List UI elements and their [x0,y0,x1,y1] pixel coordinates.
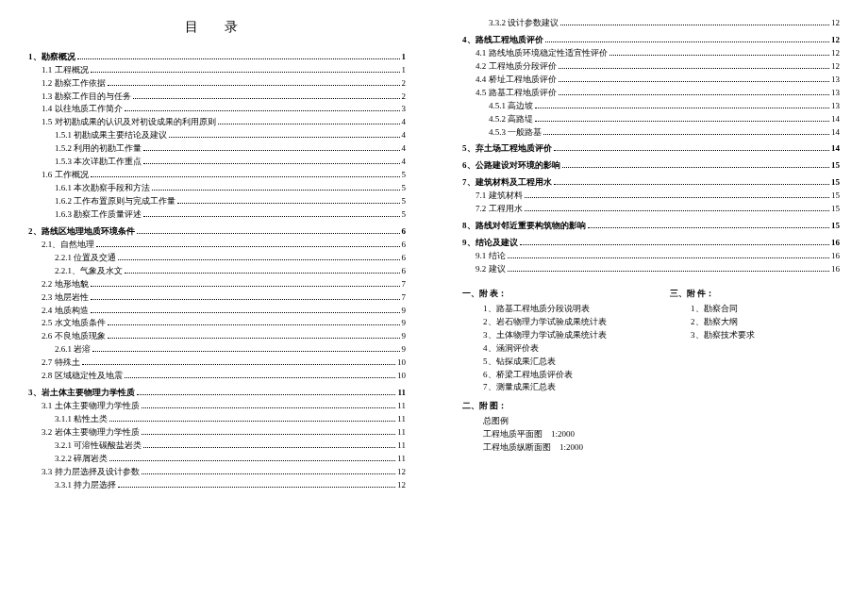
toc-label: 2.3 地层岩性 [42,291,89,305]
toc-dots [143,145,399,151]
toc-label: 2、路线区地理地质环境条件 [28,225,135,239]
toc-page: 12 [831,17,840,30]
toc-row: 4.5 路基工程地质评价13 [462,87,840,100]
toc-page: 5 [402,169,407,182]
toc-row: 2.5 水文地质条件9 [28,317,406,330]
toc-row: 6、公路建设对环境的影响15 [462,159,840,173]
appendix-a-item: 5、钻探成果汇总表 [462,356,632,369]
toc-label: 2.8 区域稳定性及地震 [42,370,123,383]
toc-page: 7 [402,291,407,305]
toc-page: 1 [402,64,407,77]
toc-page: 15 [831,176,840,190]
toc-row: 1.6 工作概况5 [28,169,406,182]
appendix-c-heading: 三、附 件： [670,288,840,301]
toc-row: 1.5 对初勘成果的认识及对初设成果的利用原则4 [28,116,406,129]
toc-label: 2.1、自然地理 [42,239,94,252]
appendix-b-heading: 二、附 图： [462,400,632,413]
toc-dots [108,320,400,325]
toc-label: 2.4 地质构造 [42,305,89,318]
appendix-c-item: 3、勘察技术要求 [670,329,840,342]
toc-row: 2.2.1、气象及水文6 [28,265,406,278]
toc-page: 3 [402,103,407,116]
toc-label: 4.4 桥址工程地质评价 [476,74,557,87]
appendix-b-first: 总图例 [462,415,632,428]
toc-page: 9 [402,343,407,357]
toc-dots [143,158,399,164]
toc-page: 9 [402,305,407,318]
toc-row: 5、弃土场工程地质评价14 [462,142,840,156]
toc-label: 4.5.1 高边坡 [489,100,533,113]
toc-dots [91,307,400,313]
toc-row: 1.3 勘察工作目的与任务2 [28,91,406,104]
left-column: 目 录 1、勘察概况11.1 工程概况11.2 勘察工作依据21.3 勘察工作目… [0,0,434,614]
toc-page: 4 [402,142,407,156]
toc-row: 1、勘察概况1 [28,51,406,64]
appendix-a-item: 4、涵洞评价表 [462,342,632,356]
toc-label: 1.5 对初勘成果的认识及对初设成果的利用原则 [42,116,216,129]
toc-label: 4.5 路基工程地质评价 [476,87,557,100]
appendix-b-item: 工程地质平面图 1:2000 [462,428,632,441]
toc-label: 3.3.2 设计参数建议 [489,17,559,30]
toc-page: 12 [831,34,840,47]
toc-label: 1.6.3 勘察工作质量评述 [55,208,142,222]
toc-row: 3、岩土体主要物理力学性质11 [28,387,406,400]
toc-row: 3.1.1 粘性土类11 [28,413,406,426]
toc-row: 4.4 桥址工程地质评价13 [462,74,840,87]
toc-dots [125,106,400,111]
toc-row: 1.1 工程概况1 [28,64,406,77]
toc-dots [588,223,830,228]
toc-row: 1.2 勘察工作依据2 [28,77,406,91]
toc-label: 1.5.2 利用的初勘工作量 [55,142,142,156]
toc-page: 15 [831,190,840,203]
appendix-a-item: 3、土体物理力学试验成果统计表 [462,329,632,342]
appendix-a-item: 6、桥梁工程地质评价表 [462,369,632,382]
toc-label: 1.6.1 本次勘察手段和方法 [55,182,150,195]
toc-dots [91,67,400,73]
toc-dots [535,116,829,122]
toc-row: 1.4 以往地质工作简介3 [28,103,406,116]
toc-dots [108,333,400,339]
toc-row: 1.6.2 工作布置原则与完成工作量5 [28,195,406,208]
toc-page: 11 [397,400,406,413]
toc-label: 3.2.2 碎屑岩类 [55,453,108,466]
toc-page: 10 [397,357,406,370]
toc-row: 8、路线对邻近重要构筑物的影响15 [462,220,840,233]
toc-page: 15 [831,203,840,216]
toc-label: 4.2 工程地质分段评价 [476,60,557,74]
appendix-a-item: 1、路基工程地质分段说明表 [462,303,632,316]
toc-dots [118,255,399,260]
toc-label: 5、弃土场工程地质评价 [462,142,552,156]
toc-label: 4.5.3 一般路基 [489,126,542,140]
toc-page: 4 [402,156,407,169]
toc-page: 12 [831,60,840,74]
toc-page: 6 [402,239,407,252]
toc-label: 3.3.1 持力层选择 [55,479,116,492]
toc-row: 1.6.3 勘察工作质量评述5 [28,208,406,222]
toc-row: 2.3 地层岩性7 [28,291,406,305]
toc-row: 1.5.1 初勘成果主要结论及建议4 [28,129,406,142]
toc-row: 4.1 路线地质环境稳定性适宜性评价12 [462,47,840,60]
toc-page: 1 [402,51,407,64]
toc-label: 3.2.1 可溶性碳酸盐岩类 [55,440,142,453]
toc-label: 9.1 结论 [476,250,506,263]
toc-dots [562,162,830,168]
toc-dots [137,390,396,395]
toc-dots [609,50,830,56]
toc-dots [91,294,400,300]
toc-dots [152,185,399,191]
toc-label: 4、路线工程地质评价 [462,34,543,47]
toc-page: 11 [397,440,406,453]
toc-row: 2.1、自然地理6 [28,239,406,252]
toc-page: 16 [831,263,840,276]
toc-row: 7、建筑材料及工程用水15 [462,176,840,190]
toc-label: 9.2 建议 [476,263,506,276]
toc-label: 2.2.1 位置及交通 [55,252,116,265]
appendix-a-heading: 一、附 表： [462,288,632,301]
appendix-c-item: 1、勘察合同 [670,303,840,316]
toc-dots [560,20,829,25]
toc-label: 4.1 路线地质环境稳定性适宜性评价 [476,47,608,60]
toc-dots [525,206,830,211]
toc-dots [137,228,400,234]
right-column: 3.3.2 设计参数建议124、路线工程地质评价124.1 路线地质环境稳定性适… [434,0,868,614]
toc-label: 1.3 勘察工作目的与任务 [42,91,131,104]
